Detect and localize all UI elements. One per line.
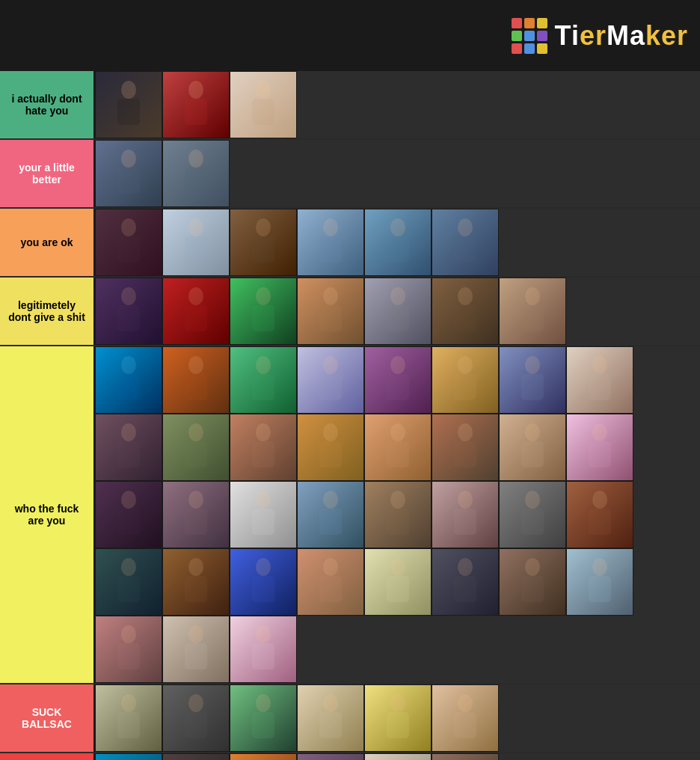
svg-point-56 [256,423,271,441]
svg-rect-45 [387,374,409,400]
tier-d-img-25 [95,548,162,616]
tier-label-s: i actually dont hate you [0,71,93,138]
tier-g-img-5 [364,753,432,760]
svg-rect-41 [252,374,274,400]
tier-c-img-3 [230,278,297,345]
svg-point-24 [188,287,203,305]
tier-label-b: you are ok [0,209,93,276]
svg-rect-95 [454,576,476,602]
svg-rect-13 [185,236,207,263]
svg-rect-27 [252,305,274,331]
tier-b-img-1 [95,209,162,276]
tiermaker-logo: TierMaker [512,18,688,54]
tier-images-f [93,684,700,752]
tier-label-g: DIE IN A FUCKING HOLE [0,753,93,760]
tier-b-img-5 [364,209,432,276]
tier-f-img-6 [432,684,499,752]
logo-grid [512,18,547,54]
tier-b-img-2 [162,209,230,276]
tier-b-img-3 [230,209,297,276]
tier-c-img-5 [364,278,432,345]
svg-rect-97 [521,576,544,602]
tier-row-d: who the fuck are you [0,346,700,684]
svg-rect-115 [387,712,409,738]
svg-point-66 [592,423,607,441]
tier-d-img-21 [364,481,432,548]
svg-point-108 [188,694,203,712]
tier-row-f: SUCK BALLSAC [0,684,700,753]
tier-d-img-12 [297,414,364,481]
tier-d-img-30 [432,548,499,616]
svg-rect-3 [185,99,207,125]
tier-row-s: i actually dont hate you [0,71,700,140]
svg-point-70 [188,491,203,509]
svg-rect-83 [589,509,611,535]
logo-dot [512,31,522,41]
tier-b-img-4 [297,209,364,276]
svg-point-96 [525,558,540,576]
tier-images-b [93,209,700,276]
svg-rect-21 [454,236,476,263]
svg-rect-25 [185,305,207,331]
tier-d-img-22 [432,481,499,548]
tier-d-img-3 [230,346,297,414]
svg-point-72 [256,491,271,509]
tier-d-img-20 [297,481,364,548]
svg-point-26 [256,287,271,305]
svg-point-62 [458,423,473,441]
tier-d-img-13 [364,414,432,481]
svg-point-28 [323,287,338,305]
svg-rect-31 [387,305,409,331]
svg-point-18 [390,218,405,236]
svg-point-2 [188,81,203,99]
tier-d-img-2 [162,346,230,414]
tier-images-d [93,346,700,683]
svg-point-36 [121,356,136,374]
svg-rect-67 [589,441,611,468]
svg-point-52 [121,423,136,441]
logo-dot [537,31,547,41]
svg-rect-69 [117,509,140,535]
svg-point-0 [121,81,136,99]
tier-row-c: legitimetely dont give a shit [0,278,700,346]
tier-row-b: you are ok [0,209,700,278]
svg-point-86 [188,558,203,576]
svg-point-112 [323,694,338,712]
svg-point-88 [256,558,271,576]
svg-point-46 [458,356,473,374]
svg-point-10 [121,218,136,236]
tier-g-img-2 [162,753,230,760]
svg-rect-79 [454,509,476,535]
svg-point-42 [323,356,338,374]
svg-rect-105 [252,643,274,669]
svg-rect-75 [319,509,342,535]
svg-point-116 [458,694,473,712]
tier-d-img-32 [566,548,633,616]
logo-dot [537,18,547,28]
tier-d-img-24 [566,481,633,548]
tier-a-img-1 [95,140,162,207]
tier-d-img-26 [162,548,230,616]
tier-c-img-1 [95,278,162,345]
svg-rect-5 [252,99,274,125]
svg-rect-99 [589,576,611,602]
svg-rect-37 [117,374,140,400]
svg-rect-73 [252,509,274,535]
svg-rect-57 [252,441,274,468]
tier-d-img-10 [162,414,230,481]
logo-dot [524,18,535,28]
tier-s-img-2 [162,71,230,138]
logo-dot [524,31,535,41]
tier-d-img-6 [432,346,499,414]
tier-label-f: SUCK BALLSAC [0,684,93,752]
tier-d-img-31 [499,548,566,616]
tier-label-a: your a little better [0,140,93,207]
tier-g-img-4 [297,753,364,760]
tier-d-img-34 [162,616,230,683]
svg-point-34 [525,287,540,305]
tier-row-a: your a little better [0,140,700,209]
svg-rect-113 [319,712,342,738]
svg-rect-23 [117,305,140,331]
tier-f-img-2 [162,684,230,752]
svg-rect-89 [252,576,274,602]
